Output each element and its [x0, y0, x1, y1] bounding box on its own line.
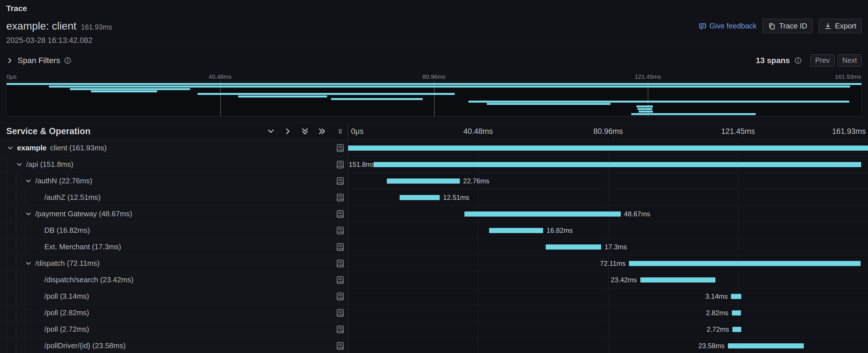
span-timeline-cell[interactable]: 12.51ms — [348, 189, 868, 205]
span-bar[interactable] — [546, 245, 601, 250]
span-row[interactable]: /authZ (12.51ms) LOG 12.51ms — [0, 189, 868, 206]
span-logs-icon[interactable]: LOG — [337, 144, 344, 152]
span-row[interactable]: example client (161.93ms) LOG 161.93ms — [0, 140, 868, 156]
span-bar[interactable] — [640, 278, 716, 283]
span-timeline-cell[interactable]: 16.82ms — [348, 222, 868, 238]
span-logs-icon[interactable]: LOG — [337, 259, 344, 268]
span-timeline-cell[interactable]: 23.58ms — [348, 338, 868, 353]
span-name-cell[interactable]: /poll (2.82ms) LOG — [0, 305, 348, 321]
span-logs-icon[interactable]: LOG — [337, 292, 344, 301]
info-icon[interactable] — [64, 57, 71, 64]
timeline-minimap[interactable] — [6, 81, 862, 117]
info-icon[interactable] — [795, 57, 802, 64]
minimap-span-bar[interactable] — [637, 105, 653, 107]
span-timeline-cell[interactable]: 48.67ms — [348, 206, 868, 222]
row-chevron-icon[interactable] — [25, 211, 35, 218]
span-row[interactable]: /payment Gateway (48.67ms) LOG 48.67ms — [0, 206, 868, 222]
row-chevron-icon[interactable] — [7, 145, 17, 152]
collapse-all-icon[interactable] — [301, 127, 309, 135]
span-bar[interactable] — [731, 294, 741, 299]
trace-id-button[interactable]: Trace ID — [763, 19, 813, 33]
span-row[interactable]: /poll (2.72ms) LOG 2.72ms — [0, 321, 868, 338]
minimap-span-bar[interactable] — [631, 113, 756, 115]
span-logs-icon[interactable]: LOG — [337, 342, 344, 350]
minimap-span-bar[interactable] — [331, 98, 422, 100]
span-bar[interactable] — [732, 310, 741, 316]
span-timeline-cell[interactable]: 22.76ms — [348, 173, 868, 189]
indent-guides — [7, 305, 34, 321]
span-timeline-cell[interactable]: 2.82ms — [348, 305, 868, 321]
span-timeline-cell[interactable]: 2.72ms — [348, 321, 868, 338]
span-row[interactable]: /authN (22.76ms) LOG 22.76ms — [0, 173, 868, 189]
span-bar[interactable] — [400, 195, 440, 200]
span-name-cell[interactable]: /authN (22.76ms) LOG — [0, 173, 348, 189]
span-logs-icon[interactable]: LOG — [337, 309, 344, 317]
prev-button[interactable]: Prev — [810, 54, 834, 66]
span-logs-icon[interactable]: LOG — [337, 226, 344, 235]
span-logs-icon[interactable]: LOG — [337, 160, 344, 169]
span-row[interactable]: /poll (2.82ms) LOG 2.82ms — [0, 305, 868, 321]
span-row[interactable]: /poll (3.14ms) LOG 3.14ms — [0, 288, 868, 305]
expand-one-icon[interactable] — [284, 127, 292, 135]
row-chevron-icon[interactable] — [25, 178, 35, 185]
give-feedback-link[interactable]: Give feedback — [699, 22, 756, 30]
span-logs-icon[interactable]: LOG — [337, 325, 344, 334]
span-timeline-cell[interactable]: 23.42ms — [348, 272, 868, 288]
span-name-cell[interactable]: /pollDriver/{id} (23.58ms) LOG — [0, 338, 348, 353]
span-logs-icon[interactable]: LOG — [337, 276, 344, 284]
span-logs-icon[interactable]: LOG — [337, 193, 344, 202]
expand-all-icon[interactable] — [318, 127, 326, 135]
export-button[interactable]: Export — [819, 19, 862, 33]
span-timeline-cell[interactable]: 3.14ms — [348, 288, 868, 304]
next-button[interactable]: Next — [838, 54, 862, 66]
span-row[interactable]: Ext. Merchant (17.3ms) LOG 17.3ms — [0, 239, 868, 255]
collapse-one-icon[interactable] — [267, 127, 275, 135]
minimap-span-bar[interactable] — [468, 101, 849, 103]
span-row[interactable]: /dispatch (72.11ms) LOG 72.11ms — [0, 255, 868, 272]
span-name-cell[interactable]: DB (16.82ms) LOG — [0, 222, 348, 238]
span-logs-icon[interactable]: LOG — [337, 243, 344, 251]
minimap-span-bar[interactable] — [639, 110, 653, 113]
row-chevron-icon[interactable] — [16, 161, 26, 168]
span-row[interactable]: /api (151.8ms) LOG 151.8ms — [0, 156, 868, 173]
span-bar[interactable] — [387, 179, 460, 184]
minimap-span-bar[interactable] — [49, 86, 850, 88]
span-name-cell[interactable]: Ext. Merchant (17.3ms) LOG — [0, 239, 348, 255]
column-resize-handle[interactable] — [337, 127, 344, 135]
span-logs-icon[interactable]: LOG — [337, 177, 344, 185]
span-bar[interactable] — [464, 212, 621, 217]
span-logs-icon[interactable]: LOG — [337, 210, 344, 218]
span-timeline-cell[interactable]: 72.11ms — [348, 255, 868, 271]
span-row[interactable]: /pollDriver/{id} (23.58ms) LOG 23.58ms — [0, 338, 868, 353]
span-name-cell[interactable]: /dispatch (72.11ms) LOG — [0, 255, 348, 271]
indent-guide — [7, 222, 16, 238]
span-name-cell[interactable]: /poll (3.14ms) LOG — [0, 288, 348, 304]
minimap-span-bar[interactable] — [197, 93, 455, 95]
minimap-span-bar[interactable] — [70, 88, 190, 90]
minimap-span-bar[interactable] — [487, 103, 611, 105]
span-bar[interactable] — [728, 343, 804, 348]
span-bar[interactable] — [489, 228, 543, 233]
minimap-span-bar[interactable] — [6, 83, 862, 85]
span-name-cell[interactable]: /authZ (12.51ms) LOG — [0, 189, 348, 205]
span-timeline-cell[interactable]: 151.8ms — [348, 156, 868, 172]
span-filters-toggle[interactable]: Span Filters — [6, 56, 71, 65]
span-row[interactable]: DB (16.82ms) LOG 16.82ms — [0, 222, 868, 239]
span-bar[interactable] — [374, 162, 861, 167]
span-bar[interactable] — [733, 327, 741, 332]
span-name-cell[interactable]: example client (161.93ms) LOG — [0, 140, 348, 156]
span-name-cell[interactable]: /dispatch/search (23.42ms) LOG — [0, 272, 348, 288]
minimap-span-bar[interactable] — [91, 90, 157, 92]
span-name-cell[interactable]: /api (151.8ms) LOG — [0, 156, 348, 172]
span-timeline-cell[interactable]: 17.3ms — [348, 239, 868, 255]
minimap-span-bar[interactable] — [638, 108, 652, 110]
span-label: /pollDriver/{id} (23.58ms) — [44, 341, 126, 350]
span-timeline-cell[interactable]: 161.93ms — [348, 140, 868, 156]
span-bar[interactable] — [629, 261, 860, 266]
span-name-cell[interactable]: /payment Gateway (48.67ms) LOG — [0, 206, 348, 222]
span-bar[interactable] — [348, 146, 868, 151]
minimap-span-bar[interactable] — [238, 96, 327, 97]
row-chevron-icon[interactable] — [25, 260, 35, 267]
span-row[interactable]: /dispatch/search (23.42ms) LOG 23.42ms — [0, 272, 868, 288]
span-name-cell[interactable]: /poll (2.72ms) LOG — [0, 321, 348, 338]
